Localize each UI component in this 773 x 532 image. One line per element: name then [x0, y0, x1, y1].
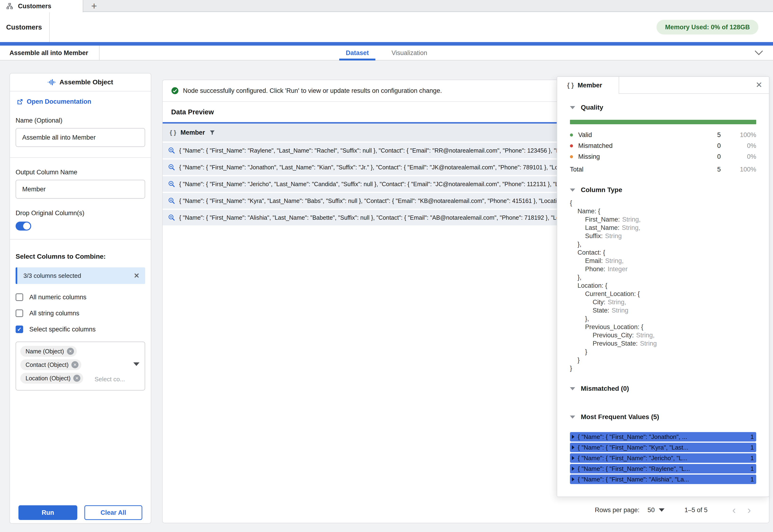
schema-line: First_Name:String,: [570, 215, 756, 224]
config-section-output: Output Column Name Drop Original Column(…: [10, 169, 151, 240]
clear-all-button[interactable]: Clear All: [84, 505, 142, 520]
schema-line: }: [570, 356, 756, 364]
zoom-in-icon[interactable]: [168, 214, 175, 221]
mfv-count: 1: [751, 476, 754, 483]
most-frequent-values-header[interactable]: Most Frequent Values (5): [570, 413, 756, 421]
collapse-chevron-icon[interactable]: [755, 50, 763, 56]
zoom-in-icon[interactable]: [168, 147, 175, 154]
column-chips-select[interactable]: Name (Object) ✕ Contact (Object) ✕ Locat…: [16, 342, 145, 390]
chip-remove-icon[interactable]: ✕: [73, 375, 80, 382]
pagination-range: 1–5 of 5: [684, 506, 708, 514]
page-title: Customers: [6, 23, 42, 31]
collapse-caret-icon[interactable]: [570, 416, 575, 419]
chips-dropdown-caret-icon[interactable]: [133, 362, 139, 366]
column-type-section-header[interactable]: Column Type: [570, 186, 756, 194]
next-page-chevron-icon[interactable]: ›: [742, 504, 757, 516]
mfv-bar[interactable]: { "Name": { "First_Name": "Kyra", "Last.…: [570, 443, 756, 452]
total-count: 5: [700, 166, 721, 173]
tab-visualization[interactable]: Visualization: [392, 46, 427, 60]
external-link-icon: [17, 98, 23, 105]
quality-count: 0: [700, 142, 721, 150]
tab-customers[interactable]: Customers: [0, 0, 83, 12]
mfv-bar[interactable]: { "Name": { "First_Name": "Alishia", "La…: [570, 475, 756, 484]
view-tabs: Dataset Visualization: [0, 46, 773, 60]
object-type-icon: { }: [170, 129, 176, 136]
mismatched-section-header[interactable]: Mismatched (0): [570, 385, 756, 392]
chip-remove-icon[interactable]: ✕: [71, 361, 78, 368]
previous-page-chevron-icon[interactable]: ‹: [726, 504, 742, 516]
inspector-body: Quality Valid 5 100% Mismatched 0: [557, 104, 769, 484]
collapse-caret-icon[interactable]: [570, 387, 575, 390]
inspector-column-tab[interactable]: { } Member: [557, 77, 619, 94]
column-chip[interactable]: Name (Object) ✕: [20, 346, 77, 357]
node-config-panel: Assemble Object Open Documentation Name …: [9, 73, 151, 524]
mfv-bar[interactable]: { "Name": { "First_Name": "Raylene", "L.…: [570, 464, 756, 473]
row-json-text: { "Name": { "First_Name": "Alishia", "La…: [179, 214, 572, 221]
mfv-bar[interactable]: { "Name": { "First_Name": "Jonathon", ..…: [570, 432, 756, 442]
open-documentation-link[interactable]: Open Documentation: [17, 98, 91, 105]
quality-label: Valid: [578, 131, 700, 139]
collapse-caret-icon[interactable]: [570, 189, 575, 192]
checkbox[interactable]: ✓: [16, 293, 23, 301]
rows-per-page-value[interactable]: 50: [648, 506, 655, 514]
checkbox[interactable]: ✓: [16, 309, 23, 317]
app-root: Customers + Customers Memory Used: 0% of…: [0, 0, 773, 532]
name-field-label: Name (Optional): [16, 117, 145, 124]
name-field[interactable]: [16, 128, 145, 147]
expand-caret-icon[interactable]: [572, 467, 575, 471]
expand-caret-icon[interactable]: [572, 456, 575, 460]
run-button[interactable]: Run: [18, 505, 77, 520]
quality-row: Missing 0 0%: [570, 151, 756, 162]
expand-caret-icon[interactable]: [572, 477, 575, 481]
quality-count: 0: [700, 153, 721, 160]
row-json-text: { "Name": { "First_Name": "Kyra", "Last_…: [179, 197, 563, 204]
rows-per-page-caret-icon[interactable]: [659, 508, 665, 512]
assemble-object-icon: [47, 78, 56, 86]
checkbox-row[interactable]: ✓ Select specific columns: [16, 326, 145, 333]
quality-percent: 0%: [721, 153, 756, 160]
expand-caret-icon[interactable]: [572, 445, 575, 450]
inspector-header: { } Member ✕: [557, 77, 769, 94]
expand-caret-icon[interactable]: [572, 435, 575, 439]
zoom-in-icon[interactable]: [168, 180, 175, 188]
drop-original-label: Drop Original Column(s): [16, 210, 145, 217]
memory-usage-badge: Memory Used: 0% of 128GB: [657, 20, 758, 34]
collapse-caret-icon[interactable]: [570, 106, 575, 109]
total-percent: 100%: [721, 166, 756, 173]
column-chip[interactable]: Contact (Object) ✕: [20, 359, 81, 370]
schema-line: Phone:Integer: [570, 265, 756, 273]
quality-percent: 0%: [721, 142, 756, 150]
status-dot: [570, 133, 573, 137]
column-type-schema: { Name: { First_Name:String, Last_Name:S…: [570, 199, 756, 373]
new-tab-button[interactable]: +: [88, 0, 100, 12]
total-label: Total: [570, 166, 700, 173]
mfv-value-text: { "Name": { "First_Name": "Kyra", "Last.…: [578, 444, 747, 451]
drop-original-toggle[interactable]: [16, 222, 31, 231]
tab-title: Customers: [18, 3, 51, 10]
status-dot: [570, 155, 573, 158]
mfv-bar[interactable]: { "Name": { "First_Name": "Jericho", "L.…: [570, 453, 756, 463]
checkbox[interactable]: ✓: [16, 326, 23, 333]
mfv-count: 1: [751, 465, 754, 472]
column-inspector-panel: { } Member ✕ Quality Valid 5 100%: [557, 76, 769, 497]
output-column-field[interactable]: [16, 180, 145, 199]
column-chip[interactable]: Location (Object) ✕: [20, 373, 83, 384]
checkbox-row[interactable]: ✓ All numeric columns: [16, 293, 145, 301]
column-type-title: Column Type: [581, 186, 622, 194]
config-panel-title: Assemble Object: [59, 78, 113, 86]
tab-dataset[interactable]: Dataset: [346, 46, 369, 60]
quality-label: Mismatched: [578, 142, 700, 150]
mfv-count: 1: [751, 444, 754, 451]
chips-placeholder: Select co...: [95, 376, 125, 383]
filter-icon[interactable]: [209, 129, 215, 136]
quality-bar: [570, 120, 756, 124]
checkbox-row[interactable]: ✓ All string columns: [16, 309, 145, 317]
zoom-in-icon[interactable]: [168, 197, 175, 205]
accent-bar: [0, 42, 773, 46]
zoom-in-icon[interactable]: [168, 163, 175, 171]
banner-close-icon[interactable]: ✕: [134, 272, 145, 280]
schema-line: Previous_Location: {: [570, 323, 756, 331]
chip-remove-icon[interactable]: ✕: [67, 348, 74, 355]
close-icon[interactable]: ✕: [756, 80, 763, 90]
quality-section-header[interactable]: Quality: [570, 104, 756, 111]
